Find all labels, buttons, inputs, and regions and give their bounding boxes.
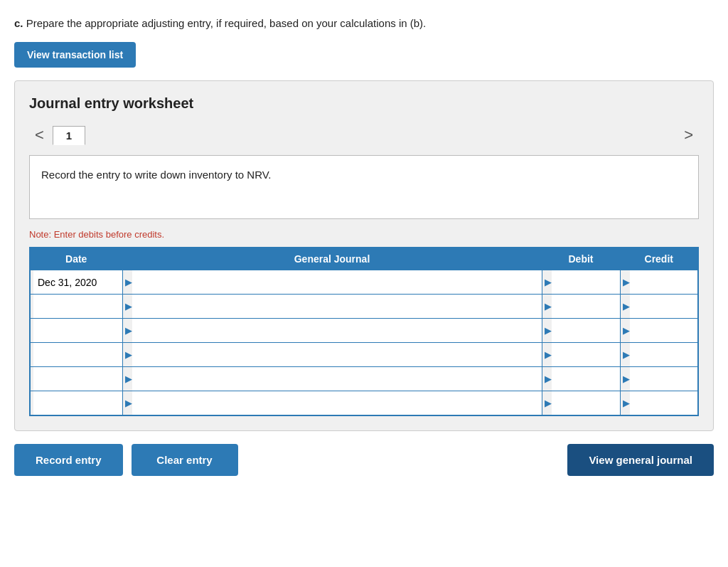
date-input-4[interactable] (33, 367, 122, 391)
clear-entry-button[interactable]: Clear entry (132, 444, 238, 476)
intro-text: c. Prepare the appropriate adjusting ent… (14, 17, 714, 29)
credit-input-4[interactable] (630, 367, 698, 391)
arrow-indicator-journal-3: ▶ (123, 349, 132, 360)
journal-input-1[interactable] (132, 295, 542, 318)
debit-cell-5[interactable]: ▶ (542, 391, 620, 415)
header-credit: Credit (620, 248, 698, 270)
credit-cell-5[interactable]: ▶ (620, 391, 698, 415)
arrow-indicator-journal-2: ▶ (123, 325, 132, 336)
credit-cell-0[interactable]: ▶ (620, 270, 698, 295)
header-general-journal: General Journal (122, 248, 542, 270)
table-row: ▶▶▶ (30, 367, 698, 391)
arrow-indicator-credit-4: ▶ (621, 373, 630, 384)
journal-cell-4[interactable]: ▶ (122, 367, 542, 391)
credit-input-3[interactable] (630, 343, 698, 366)
header-date: Date (30, 248, 122, 270)
credit-input-2[interactable] (630, 319, 698, 342)
arrow-indicator-credit-3: ▶ (621, 349, 630, 360)
date-cell-4[interactable] (30, 367, 122, 391)
arrow-indicator-debit-3: ▶ (542, 349, 552, 360)
credit-input-5[interactable] (630, 391, 698, 415)
arrow-indicator-debit-5: ▶ (542, 398, 552, 408)
note-text: Note: Enter debits before credits. (29, 229, 699, 240)
debit-input-3[interactable] (552, 343, 620, 366)
journal-input-5[interactable] (132, 391, 542, 415)
header-debit: Debit (542, 248, 620, 270)
journal-cell-3[interactable]: ▶ (122, 343, 542, 367)
debit-cell-3[interactable]: ▶ (542, 343, 620, 367)
nav-row: < 1 > (29, 123, 699, 147)
debit-cell-4[interactable]: ▶ (542, 367, 620, 391)
arrow-indicator-credit-2: ▶ (621, 325, 630, 336)
nav-left-arrow[interactable]: < (29, 123, 50, 147)
arrow-indicator-debit-1: ▶ (542, 301, 552, 312)
nav-right-arrow[interactable]: > (678, 123, 699, 147)
date-cell-1[interactable] (30, 295, 122, 319)
journal-input-0[interactable] (132, 270, 542, 294)
journal-input-3[interactable] (132, 343, 542, 366)
debit-cell-1[interactable]: ▶ (542, 295, 620, 319)
intro-description: Prepare the appropriate adjusting entry,… (26, 17, 427, 29)
view-transaction-button[interactable]: View transaction list (14, 42, 136, 68)
arrow-indicator-debit-0: ▶ (542, 277, 552, 287)
debit-input-1[interactable] (552, 295, 620, 318)
credit-cell-4[interactable]: ▶ (620, 367, 698, 391)
arrow-indicator-credit-1: ▶ (621, 301, 630, 312)
debit-input-4[interactable] (552, 367, 620, 391)
table-row: ▶▶▶ (30, 295, 698, 319)
date-cell-0[interactable] (30, 270, 122, 295)
journal-input-4[interactable] (132, 367, 542, 391)
intro-label: c. (14, 17, 23, 29)
arrow-indicator-debit-4: ▶ (542, 373, 552, 384)
journal-input-2[interactable] (132, 319, 542, 342)
view-general-journal-button[interactable]: View general journal (567, 444, 714, 476)
table-row: ▶▶▶ (30, 270, 698, 295)
journal-table: Date General Journal Debit Credit ▶▶▶▶▶▶… (29, 247, 699, 416)
instruction-text: Record the entry to write down inventory… (41, 169, 272, 181)
record-entry-button[interactable]: Record entry (14, 444, 123, 476)
bottom-buttons: Record entry Clear entry View general jo… (14, 444, 714, 476)
date-input-3[interactable] (33, 343, 122, 366)
journal-cell-5[interactable]: ▶ (122, 391, 542, 415)
tab-number: 1 (53, 126, 85, 145)
credit-input-0[interactable] (630, 270, 698, 294)
worksheet-container: Journal entry worksheet < 1 > Record the… (14, 80, 714, 431)
debit-cell-2[interactable]: ▶ (542, 319, 620, 343)
debit-input-0[interactable] (552, 270, 620, 294)
credit-cell-1[interactable]: ▶ (620, 295, 698, 319)
table-row: ▶▶▶ (30, 343, 698, 367)
arrow-indicator-debit-2: ▶ (542, 325, 552, 336)
arrow-indicator-credit-0: ▶ (621, 277, 630, 287)
table-row: ▶▶▶ (30, 391, 698, 415)
arrow-indicator-journal-5: ▶ (123, 398, 132, 408)
journal-cell-2[interactable]: ▶ (122, 319, 542, 343)
debit-cell-0[interactable]: ▶ (542, 270, 620, 295)
date-input-1[interactable] (33, 295, 122, 318)
instruction-box: Record the entry to write down inventory… (29, 155, 699, 219)
date-input-5[interactable] (33, 391, 122, 415)
journal-cell-0[interactable]: ▶ (122, 270, 542, 295)
arrow-indicator-journal-0: ▶ (123, 277, 132, 287)
credit-cell-3[interactable]: ▶ (620, 343, 698, 367)
credit-input-1[interactable] (630, 295, 698, 318)
date-cell-3[interactable] (30, 343, 122, 367)
credit-cell-2[interactable]: ▶ (620, 319, 698, 343)
arrow-indicator-journal-1: ▶ (123, 301, 132, 312)
journal-cell-1[interactable]: ▶ (122, 295, 542, 319)
date-input-2[interactable] (33, 319, 122, 342)
debit-input-2[interactable] (552, 319, 620, 342)
debit-input-5[interactable] (552, 391, 620, 415)
date-input-0[interactable] (33, 270, 122, 294)
date-cell-2[interactable] (30, 319, 122, 343)
arrow-indicator-credit-5: ▶ (621, 398, 630, 408)
worksheet-title: Journal entry worksheet (29, 95, 699, 112)
date-cell-5[interactable] (30, 391, 122, 415)
arrow-indicator-journal-4: ▶ (123, 373, 132, 384)
table-row: ▶▶▶ (30, 319, 698, 343)
